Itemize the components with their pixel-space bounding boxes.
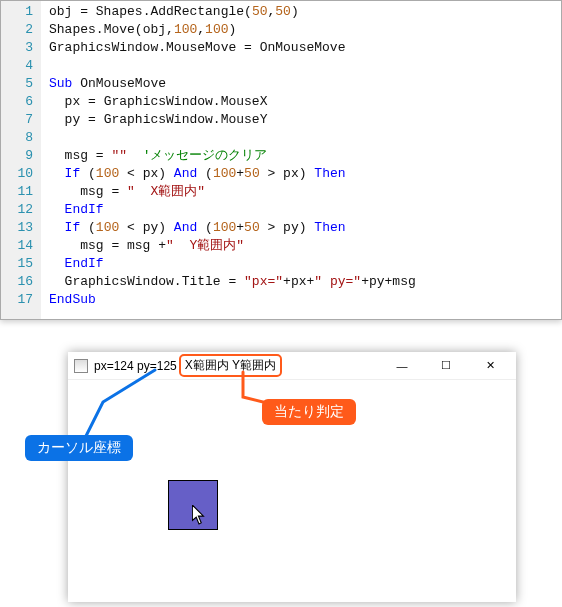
code-line	[49, 129, 553, 147]
line-number: 1	[5, 3, 33, 21]
code-line: EndIf	[49, 201, 553, 219]
line-number: 15	[5, 255, 33, 273]
callout-cursor-coord: カーソル座標	[25, 435, 133, 461]
code-line: GraphicsWindow.Title = "px="+px+" py="+p…	[49, 273, 553, 291]
line-number: 6	[5, 93, 33, 111]
cursor-arrow-icon	[192, 505, 206, 525]
line-number: 16	[5, 273, 33, 291]
code-line	[49, 57, 553, 75]
line-number: 13	[5, 219, 33, 237]
minimize-button[interactable]: —	[382, 355, 422, 377]
window-title-hit: X範囲内 Y範囲内	[179, 354, 282, 377]
code-area[interactable]: obj = Shapes.AddRectangle(50,50)Shapes.M…	[41, 1, 561, 319]
close-button[interactable]: ✕	[470, 355, 510, 377]
line-number: 3	[5, 39, 33, 57]
graphics-window: px=124 py=125 X範囲内 Y範囲内 — ☐ ✕	[68, 352, 516, 602]
code-line: If (100 < py) And (100+50 > py) Then	[49, 219, 553, 237]
code-line: If (100 < px) And (100+50 > px) Then	[49, 165, 553, 183]
app-icon	[74, 359, 88, 373]
code-line: obj = Shapes.AddRectangle(50,50)	[49, 3, 553, 21]
code-line: msg = "" 'メッセージのクリア	[49, 147, 553, 165]
code-line: msg = msg +" Y範囲内"	[49, 237, 553, 255]
titlebar[interactable]: px=124 py=125 X範囲内 Y範囲内 — ☐ ✕	[68, 352, 516, 380]
line-number: 2	[5, 21, 33, 39]
code-line: Shapes.Move(obj,100,100)	[49, 21, 553, 39]
window-title-coords: px=124 py=125	[94, 359, 177, 373]
code-line: EndIf	[49, 255, 553, 273]
line-number: 12	[5, 201, 33, 219]
window-controls: — ☐ ✕	[382, 355, 510, 377]
line-number: 10	[5, 165, 33, 183]
code-line: msg = " X範囲内"	[49, 183, 553, 201]
code-line: py = GraphicsWindow.MouseY	[49, 111, 553, 129]
line-number: 14	[5, 237, 33, 255]
line-number: 17	[5, 291, 33, 309]
code-line: EndSub	[49, 291, 553, 309]
line-number: 9	[5, 147, 33, 165]
line-number: 8	[5, 129, 33, 147]
code-line: GraphicsWindow.MouseMove = OnMouseMove	[49, 39, 553, 57]
maximize-button[interactable]: ☐	[426, 355, 466, 377]
line-number-gutter: 1234567891011121314151617	[1, 1, 41, 319]
callout-hit-detect: 当たり判定	[262, 399, 356, 425]
code-line: px = GraphicsWindow.MouseX	[49, 93, 553, 111]
line-number: 5	[5, 75, 33, 93]
code-editor: 1234567891011121314151617 obj = Shapes.A…	[0, 0, 562, 320]
line-number: 11	[5, 183, 33, 201]
line-number: 7	[5, 111, 33, 129]
line-number: 4	[5, 57, 33, 75]
code-line: Sub OnMouseMove	[49, 75, 553, 93]
